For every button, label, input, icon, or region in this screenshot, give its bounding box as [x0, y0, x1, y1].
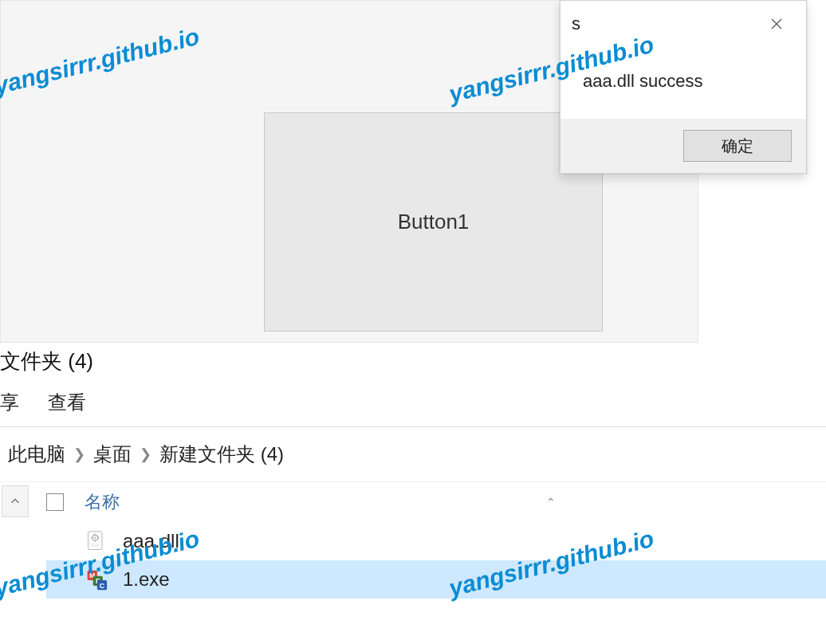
message-box-text: aaa.dll success — [560, 47, 806, 119]
breadcrumb-desktop[interactable]: 桌面 — [93, 442, 132, 467]
column-header-row: 名称 ⌃ — [46, 482, 826, 522]
ok-button[interactable]: 确定 — [683, 130, 792, 162]
button1[interactable]: Button1 — [264, 112, 603, 332]
exe-file-icon: M F C — [85, 567, 108, 591]
svg-text:C: C — [100, 582, 105, 590]
breadcrumb: 此电脑 ❯ 桌面 ❯ 新建文件夹 (4) — [0, 427, 826, 482]
file-name: 1.exe — [123, 568, 170, 591]
breadcrumb-this-pc[interactable]: 此电脑 — [8, 442, 65, 467]
column-header-name[interactable]: 名称 — [85, 490, 120, 514]
breadcrumb-folder[interactable]: 新建文件夹 (4) — [159, 442, 284, 467]
close-button[interactable] — [758, 8, 795, 40]
chevron-right-icon: ❯ — [140, 446, 151, 463]
message-box-titlebar: s — [560, 1, 806, 47]
chevron-up-icon — [10, 496, 21, 507]
chevron-right-icon: ❯ — [73, 446, 85, 463]
file-row[interactable]: M F C 1.exe — [46, 560, 826, 599]
ribbon-tabs: 享 查看 — [0, 383, 826, 427]
scroll-up-button[interactable] — [2, 485, 29, 517]
svg-point-4 — [94, 537, 96, 539]
tab-share[interactable]: 享 — [0, 390, 19, 415]
file-list: 名称 ⌃ aaa.dll M F C — [29, 482, 826, 599]
file-explorer: 文件夹 (4) 享 查看 此电脑 ❯ 桌面 ❯ 新建文件夹 (4) 名称 ⌃ a… — [0, 344, 826, 644]
message-box-footer: 确定 — [560, 119, 806, 173]
explorer-title: 文件夹 (4) — [0, 344, 826, 383]
svg-rect-5 — [91, 544, 100, 548]
file-name: aaa.dll — [123, 530, 179, 552]
dll-file-icon — [85, 529, 108, 553]
sort-indicator-icon: ⌃ — [546, 496, 556, 509]
file-row[interactable]: aaa.dll — [46, 522, 826, 560]
file-area: 名称 ⌃ aaa.dll M F C — [0, 482, 826, 599]
close-icon — [770, 18, 783, 30]
tab-view[interactable]: 查看 — [48, 390, 86, 415]
message-box: s aaa.dll success 确定 — [560, 0, 807, 174]
select-all-checkbox[interactable] — [46, 493, 64, 511]
message-box-title: s — [572, 14, 580, 34]
